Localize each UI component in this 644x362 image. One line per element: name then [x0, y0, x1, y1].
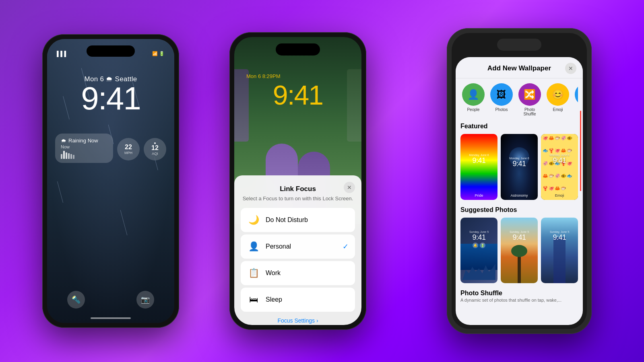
- shuffle-icon: 🔀: [524, 89, 536, 100]
- personal-checkmark: ✓: [343, 242, 349, 251]
- panel-title: Add New Wallpaper: [473, 64, 565, 72]
- phone3-screen: Add New Wallpaper ✕ 👤: [452, 33, 587, 329]
- flashlight-button[interactable]: 🔦: [67, 291, 85, 309]
- link-focus-list: 🌙 Do Not Disturb 👤 Personal ✓ 📋 Work: [241, 208, 355, 312]
- suggested-grid: Sunday, June 5 9:41 🔔 🔋: [460, 218, 578, 284]
- link-focus-close[interactable]: ✕: [344, 182, 355, 193]
- phone1-time: 9:41: [47, 82, 174, 115]
- camera-icon: 📷: [141, 295, 150, 304]
- sp3-time: Sunday, June 5 9:41: [541, 230, 578, 242]
- photo-shuffle-icon-circle: 🔀: [518, 83, 541, 106]
- wallpaper-type-icons: 👤 People 🖼 Photos: [460, 83, 578, 116]
- suggested-thumb-2[interactable]: Sunday, June 5 9:41: [501, 218, 538, 284]
- personal-icon: 👤: [247, 240, 260, 253]
- suggested-thumb-3[interactable]: Sunday, June 5 9:41: [541, 218, 578, 284]
- pride-bg: [460, 134, 497, 200]
- emoji-icon: 😊: [552, 89, 564, 100]
- people-label: People: [467, 107, 479, 112]
- wp-type-photo-shuffle[interactable]: 🔀 Photo Shuffle: [518, 83, 541, 116]
- camera-button[interactable]: 📷: [136, 291, 154, 309]
- wind-widget: 22 MPH: [117, 138, 140, 160]
- featured-grid: Monday, June 6 9:41 Pride: [460, 134, 578, 200]
- do-not-disturb-icon: 🌙: [247, 214, 260, 226]
- panel-header: Add New Wallpaper ✕: [456, 57, 583, 78]
- panel-body[interactable]: 👤 People 🖼 Photos: [456, 78, 583, 324]
- work-icon: 📋: [247, 267, 260, 280]
- focus-label-sleep: Sleep: [266, 296, 349, 303]
- sp1-time: Sunday, June 5 9:41 🔔 🔋: [460, 230, 497, 248]
- home-indicator: [91, 317, 131, 319]
- people-icon: 👤: [467, 89, 479, 100]
- wp-type-people[interactable]: 👤 People: [462, 83, 485, 116]
- focus-item-do-not-disturb[interactable]: 🌙 Do Not Disturb: [241, 208, 355, 232]
- emoji-time-display: Monday, June 6 9:41: [541, 154, 578, 165]
- phone1-notch: [87, 45, 135, 57]
- phone1-mini-widgets: 22 MPH 12 AQI: [117, 138, 166, 160]
- phone2-screen: + PHOTO: [234, 37, 361, 325]
- add-wallpaper-panel: Add New Wallpaper ✕ 👤: [456, 57, 583, 325]
- photos-label: Photos: [495, 107, 508, 112]
- photo-shuffle-desc: A dynamic set of photos that shuffle on …: [460, 298, 578, 302]
- phone3-outer: Add New Wallpaper ✕ 👤: [447, 28, 592, 334]
- photo-date: Mon 6 8:29PM: [246, 73, 281, 79]
- panel-close-button[interactable]: ✕: [565, 63, 576, 74]
- phone1-wrapper: ▌▌▌ 📶 🔋 Mon 6 🌧 Seattle 9:41 🌧 Raining N…: [12, 0, 209, 362]
- wp-type-photos[interactable]: 🖼 Photos: [490, 83, 513, 116]
- photo-shuffle-title: Photo Shuffle: [460, 290, 578, 297]
- phone1-weather-bar: 🌧 Raining Now Now: [55, 134, 166, 163]
- pride-thumb[interactable]: Monday, June 6 9:41 Pride: [460, 134, 497, 200]
- phone3-bg: Add New Wallpaper ✕ 👤: [452, 33, 587, 329]
- wp-type-emoji[interactable]: 😊 Emoji: [547, 83, 569, 116]
- phone1-outer: ▌▌▌ 📶 🔋 Mon 6 🌧 Seattle 9:41 🌧 Raining N…: [42, 34, 179, 328]
- aqi-widget: 12 AQI: [144, 138, 166, 160]
- emoji-label: Emoji: [553, 107, 563, 112]
- photos-icon-circle: 🖼: [490, 83, 513, 106]
- phone2-outer: + PHOTO: [229, 32, 366, 330]
- sp2-time: Sunday, June 5 9:41: [501, 230, 538, 242]
- emoji-icon-circle: 😊: [547, 83, 569, 106]
- astronomy-thumb[interactable]: Monday, June 6 9:41 Astronomy: [501, 134, 538, 200]
- wp-type-weather[interactable]: ⛅ Weather: [575, 83, 578, 116]
- phone2-wrapper: + PHOTO: [185, 0, 411, 362]
- phone3-notch: [497, 39, 541, 51]
- rain-icon: 🌧: [61, 138, 66, 144]
- focus-item-work[interactable]: 📋 Work: [241, 261, 355, 285]
- link-focus-sheet: Link Focus Select a Focus to turn on wit…: [234, 175, 361, 325]
- phone2-notch: [276, 43, 320, 56]
- emoji-thumb-label: Emoji: [541, 193, 578, 197]
- weather-icon-circle: ⛅: [575, 83, 578, 106]
- featured-title: Featured: [460, 123, 578, 130]
- weather-main: 🌧 Raining Now: [61, 138, 107, 144]
- weather-sub: Now: [61, 144, 107, 149]
- astro-date: Monday, June 6 9:41: [501, 157, 538, 168]
- signal-bars: ▌▌▌: [57, 51, 68, 57]
- focus-label-work: Work: [266, 269, 349, 277]
- scroll-indicator: [580, 111, 581, 191]
- photo-shuffle-label: Photo Shuffle: [521, 107, 539, 116]
- pride-date: Monday, June 6 9:41: [460, 154, 497, 165]
- emoji-bg: 🐙🦀🐡🦑 🐠🐟🦞🐙 🦀🐡🦑🐠 🐟🦞🐙🦀 🐡🦑🐠🐟 🦞🐙🦀🐡: [541, 134, 578, 200]
- focus-item-personal[interactable]: 👤 Personal ✓: [241, 234, 355, 259]
- sleep-icon: 🛏: [247, 293, 260, 306]
- focus-label-personal: Personal: [266, 243, 337, 250]
- astronomy-label: Astronomy: [501, 193, 538, 197]
- weather-widget: 🌧 Raining Now Now: [55, 134, 113, 163]
- focus-item-sleep[interactable]: 🛏 Sleep: [241, 288, 355, 312]
- photo-shuffle-section: Photo Shuffle A dynamic set of photos th…: [460, 290, 578, 302]
- pride-label: Pride: [460, 193, 497, 197]
- status-icons: 📶 🔋: [152, 51, 165, 56]
- photo-time: 9:41: [234, 79, 361, 111]
- emoji-thumb[interactable]: 🐙🦀🐡🦑 🐠🐟🦞🐙 🦀🐡🦑🐠 🐟🦞🐙🦀 🐡🦑🐠🐟 🦞🐙🦀🐡 Mond: [541, 134, 578, 200]
- link-focus-subtitle: Select a Focus to turn on with this Lock…: [234, 195, 361, 202]
- suggested-photos-title: Suggested Photos: [460, 206, 578, 214]
- focus-label-do-not-disturb: Do Not Disturb: [266, 216, 349, 224]
- phone3-wrapper: Add New Wallpaper ✕ 👤: [398, 0, 640, 362]
- suggested-thumb-1[interactable]: Sunday, June 5 9:41 🔔 🔋: [460, 218, 497, 284]
- people-icon-circle: 👤: [462, 83, 485, 106]
- link-focus-title: Link Focus: [234, 175, 361, 193]
- flashlight-icon: 🔦: [72, 295, 80, 304]
- photos-icon: 🖼: [497, 89, 506, 100]
- phone1-screen: ▌▌▌ 📶 🔋 Mon 6 🌧 Seattle 9:41 🌧 Raining N…: [47, 39, 174, 323]
- phone1-bottom-bar: 🔦 📷: [47, 291, 174, 309]
- focus-settings-link[interactable]: Focus Settings ›: [234, 317, 361, 324]
